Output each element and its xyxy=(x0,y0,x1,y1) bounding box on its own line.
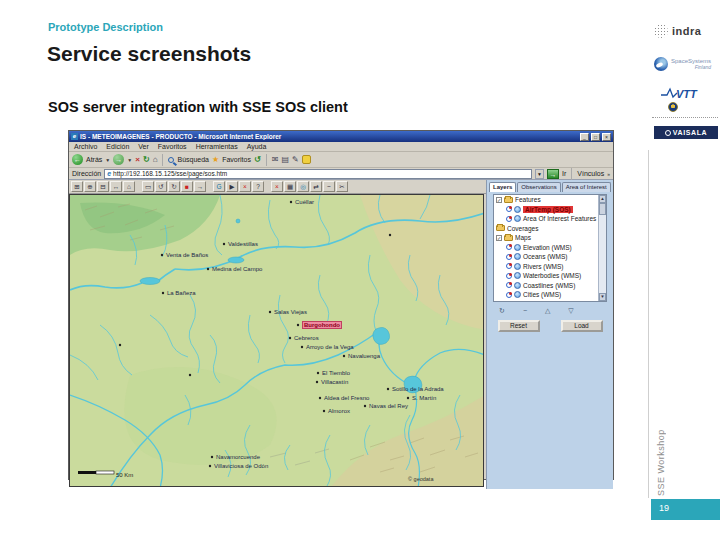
address-dropdown-icon[interactable]: ▼ xyxy=(535,169,544,179)
back-label[interactable]: Atrás xyxy=(86,156,102,163)
move-down-icon[interactable]: ▽ xyxy=(568,307,573,315)
tool-zoom-in[interactable]: ⊕ xyxy=(84,181,96,192)
tool-target[interactable]: ◎ xyxy=(297,181,309,192)
scroll-down-icon[interactable]: ▼ xyxy=(599,293,606,301)
menu-ver[interactable]: Ver xyxy=(138,143,149,150)
tool-pan[interactable]: ↔ xyxy=(110,181,122,192)
tree-item-label[interactable]: Elevation (WMS) xyxy=(523,244,572,251)
minimize-button[interactable]: _ xyxy=(580,133,589,141)
back-dropdown-icon[interactable]: ▼ xyxy=(105,157,110,163)
map-label: Aldea del Fresno xyxy=(324,395,369,401)
map-label: Navamorcuende xyxy=(216,454,260,460)
links-chevron-icon[interactable]: » xyxy=(607,171,610,177)
tool-delete[interactable]: × xyxy=(239,181,251,192)
tree-item-label[interactable]: Oceans (WMS) xyxy=(523,253,567,260)
messenger-icon[interactable] xyxy=(302,155,311,164)
history-icon[interactable]: ↺ xyxy=(254,155,261,165)
maximize-button[interactable]: □ xyxy=(591,133,600,141)
tree-item-label[interactable]: Maps xyxy=(515,234,531,241)
globe-icon xyxy=(514,206,521,213)
tool-cut[interactable]: ✂ xyxy=(336,181,348,192)
tool-swap[interactable]: ⇄ xyxy=(310,181,322,192)
checkbox[interactable]: ✓ xyxy=(496,235,502,241)
map-label: El Tiemblo xyxy=(322,370,350,376)
tree-item-label-selected[interactable]: AirTemp (SOS) xyxy=(523,206,573,213)
favorites-label[interactable]: Favoritos xyxy=(222,156,251,163)
tool-zoom-out[interactable]: ⊟ xyxy=(97,181,109,192)
stop-icon[interactable]: × xyxy=(135,155,140,165)
go-button[interactable]: → xyxy=(547,169,559,179)
vaisala-logo: VAISALA xyxy=(654,126,718,139)
close-button[interactable]: × xyxy=(602,133,611,141)
tree-item-label[interactable]: Features xyxy=(515,196,541,203)
tree-item-label[interactable]: Waterbodies (WMS) xyxy=(523,272,581,279)
load-button[interactable]: Load xyxy=(561,320,603,332)
layer-icon xyxy=(506,292,512,298)
tool-grid[interactable]: ▦ xyxy=(284,181,296,192)
map-copyright: © geodata xyxy=(408,476,433,482)
menu-ayuda[interactable]: Ayuda xyxy=(247,143,267,150)
back-button[interactable]: ← xyxy=(72,154,83,165)
map-label: Villaviciosa de Odón xyxy=(214,463,268,469)
tool-zoom-box[interactable]: ⊞ xyxy=(71,181,83,192)
tool-measure[interactable]: ▭ xyxy=(142,181,154,192)
menu-favoritos[interactable]: Favoritos xyxy=(158,143,187,150)
map-label: Arroyo de la Vega xyxy=(306,344,354,350)
refresh-layers-icon[interactable]: ↻ xyxy=(499,307,505,315)
tool-next-view[interactable]: → xyxy=(194,181,206,192)
edit-icon[interactable]: ✎ xyxy=(292,155,299,165)
forward-button[interactable]: → xyxy=(113,154,124,165)
tool-getmap[interactable]: G xyxy=(213,181,225,192)
tab-area-of-interest[interactable]: Area of Interest xyxy=(562,182,611,192)
checkbox[interactable]: ✓ xyxy=(496,197,502,203)
print-icon[interactable]: ▤ xyxy=(281,155,289,165)
tree-item-label[interactable]: Rivers (WMS) xyxy=(523,263,563,270)
search-icon[interactable] xyxy=(168,157,174,163)
tool-stop[interactable]: ■ xyxy=(181,181,193,192)
forward-dropdown-icon[interactable]: ▼ xyxy=(127,157,132,163)
tool-redo[interactable]: ↻ xyxy=(168,181,180,192)
go-label[interactable]: Ir xyxy=(562,170,566,177)
ie-icon: e xyxy=(71,133,78,140)
address-url[interactable]: http://192.168.15.125/sse/page/sos.htm xyxy=(113,170,227,177)
search-label[interactable]: Búsqueda xyxy=(177,156,209,163)
tool-profile[interactable]: ~ xyxy=(323,181,335,192)
reset-button[interactable]: Reset xyxy=(498,320,540,332)
favorites-icon[interactable]: ★ xyxy=(212,155,219,165)
address-input[interactable]: e http://192.168.15.125/sse/page/sos.htm xyxy=(104,169,532,179)
tree-scrollbar[interactable]: ▲ ▼ xyxy=(598,195,606,301)
tree-item-label[interactable]: Area Of Interest Features xyxy=(523,215,596,222)
globe-icon xyxy=(514,253,521,260)
tool-undo[interactable]: ↺ xyxy=(155,181,167,192)
map-column: ⊞ ⊕ ⊟ ↔ ⌂ ▭ ↺ ↻ ■ → G ▶ × ? xyxy=(69,180,486,489)
tree-item-label[interactable]: Coverages xyxy=(507,225,538,232)
browser-titlebar[interactable]: e IS - METEOIMAGENES - PRODUCTO - Micros… xyxy=(69,131,613,142)
tool-select[interactable]: ▶ xyxy=(226,181,238,192)
map-label: Valdestillas xyxy=(228,241,258,247)
tab-observations[interactable]: Observations xyxy=(517,182,560,192)
menu-edicion[interactable]: Edición xyxy=(106,143,129,150)
slide-subtitle: SOS server integration with SSE SOS clie… xyxy=(48,99,348,115)
tree-item-label[interactable]: Cities (WMS) xyxy=(523,291,561,298)
tab-layers[interactable]: Layers xyxy=(489,182,516,192)
remove-layer-icon[interactable]: − xyxy=(523,307,527,315)
menu-herramientas[interactable]: Herramientas xyxy=(196,143,238,150)
menu-archivo[interactable]: Archivo xyxy=(74,143,97,150)
mail-icon[interactable]: ✉ xyxy=(272,155,279,165)
map-viewport[interactable]: Cuéllar Valdestillas Venta de Baños Medi… xyxy=(69,194,484,487)
map-label-selected[interactable]: Burgohondo xyxy=(302,321,342,329)
tree-item-label[interactable]: Coastlines (WMS) xyxy=(523,282,575,289)
scroll-up-icon[interactable]: ▲ xyxy=(599,195,606,203)
links-label[interactable]: Vínculos xyxy=(577,170,604,177)
map-label: Venta de Baños xyxy=(166,252,208,258)
tool-full-extent[interactable]: ⌂ xyxy=(123,181,135,192)
tool-clear[interactable]: × xyxy=(271,181,283,192)
refresh-icon[interactable]: ↻ xyxy=(143,155,150,165)
layer-tree: ✓ Features AirTemp (SOS) Area Of Interes… xyxy=(493,194,607,302)
scrollbar-thumb[interactable] xyxy=(599,203,606,215)
tree-item-label[interactable]: Country Bound. (WMS) xyxy=(523,301,590,302)
map-label: S. Martín xyxy=(412,395,436,401)
home-icon[interactable]: ⌂ xyxy=(153,155,158,165)
move-up-icon[interactable]: △ xyxy=(545,307,550,315)
tool-help[interactable]: ? xyxy=(252,181,264,192)
